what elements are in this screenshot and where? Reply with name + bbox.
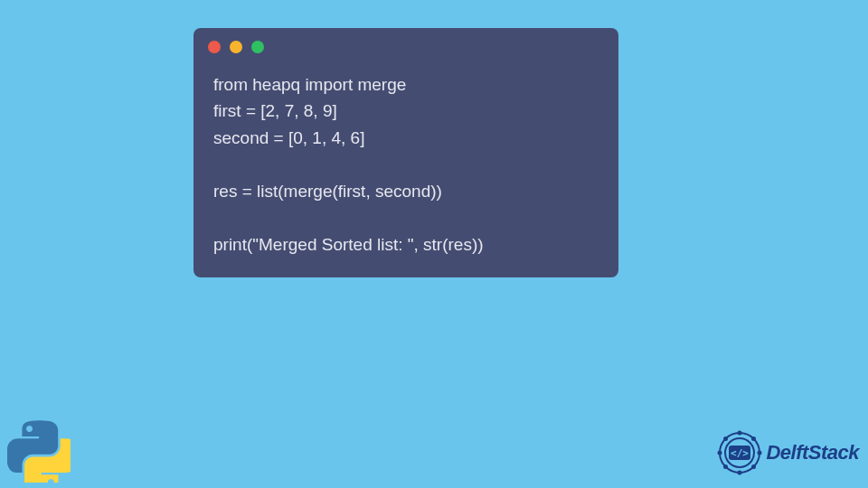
maximize-icon [251, 41, 264, 53]
window-titlebar [193, 28, 618, 61]
delftstack-brand: </> DelftStack [717, 430, 859, 475]
svg-point-3 [758, 451, 762, 455]
svg-text:</>: </> [731, 447, 749, 459]
code-window: from heapq import merge first = [2, 7, 8… [193, 28, 618, 277]
svg-point-6 [723, 465, 728, 469]
code-line: second = [0, 1, 4, 6] [213, 128, 364, 147]
svg-point-2 [751, 436, 756, 441]
svg-point-8 [723, 436, 728, 441]
svg-point-7 [718, 451, 722, 455]
minimize-icon [230, 41, 242, 53]
code-line: print("Merged Sorted list: ", str(res)) [213, 235, 484, 254]
code-line: res = list(merge(first, second)) [213, 182, 442, 201]
svg-point-1 [738, 431, 742, 436]
close-icon [208, 41, 221, 53]
svg-point-4 [751, 465, 756, 469]
python-logo-icon [7, 419, 71, 483]
delftstack-logo-icon: </> [717, 430, 762, 475]
code-block: from heapq import merge first = [2, 7, 8… [193, 61, 618, 258]
code-line: from heapq import merge [213, 75, 406, 94]
brand-name: DelftStack [766, 441, 859, 465]
svg-point-5 [738, 471, 742, 475]
code-line: first = [2, 7, 8, 9] [213, 101, 337, 120]
